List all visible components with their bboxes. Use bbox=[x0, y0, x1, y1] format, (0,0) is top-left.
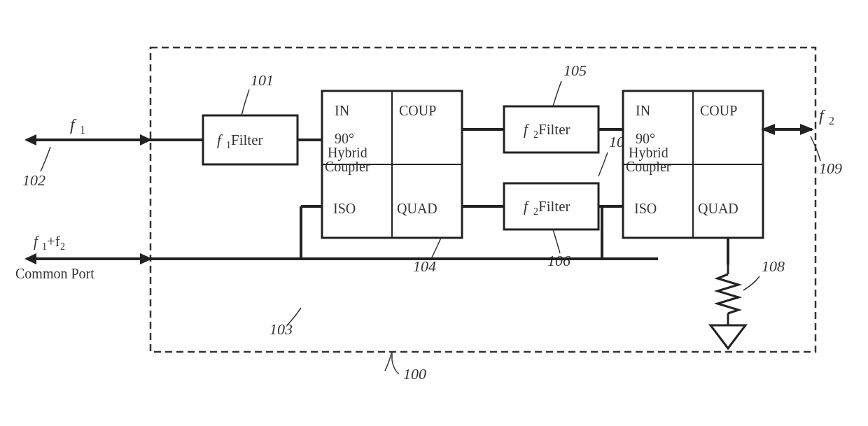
ref-108: 108 bbox=[762, 257, 785, 275]
ref-100: 100 bbox=[403, 365, 426, 383]
c1-iso: ISO bbox=[333, 201, 356, 216]
c1-quad: QUAD bbox=[397, 201, 438, 216]
ref-102: 102 bbox=[22, 171, 46, 189]
ref-106: 106 bbox=[547, 252, 570, 269]
common-port-text: Common Port bbox=[15, 266, 94, 281]
ref-101: 101 bbox=[251, 71, 274, 89]
f1f2-sub2: 2 bbox=[60, 241, 65, 252]
ref-103: 103 bbox=[270, 320, 293, 338]
main-diagram: f 1 102 f 1 Filter 101 IN COUP 90° Hybri… bbox=[0, 0, 868, 426]
c1-in: IN bbox=[335, 103, 349, 118]
ref-109: 109 bbox=[819, 159, 842, 177]
ref-105: 105 bbox=[564, 62, 587, 79]
f2-top-text: Filter bbox=[538, 121, 570, 138]
f1-sub: 1 bbox=[80, 124, 85, 136]
c1-coupler: Coupler bbox=[325, 159, 370, 175]
f1f2-sub1: 1 bbox=[42, 241, 47, 252]
c2-iso: ISO bbox=[634, 201, 657, 216]
c2-quad: QUAD bbox=[698, 201, 738, 216]
f2-bot-sub: 2 bbox=[533, 206, 538, 217]
f1f2-plus: +f bbox=[47, 233, 60, 250]
f2-bot-text: Filter bbox=[538, 198, 570, 215]
c2-coup: COUP bbox=[700, 103, 737, 118]
c2-in: IN bbox=[636, 103, 650, 118]
c1-90: 90° bbox=[335, 131, 354, 146]
f1-filter-sub: 1 bbox=[226, 140, 231, 150]
f1-filter-text: Filter bbox=[231, 132, 263, 148]
c2-coupler: Coupler bbox=[626, 159, 671, 175]
c1-coup: COUP bbox=[399, 103, 436, 118]
f2-out-sub: 2 bbox=[829, 115, 834, 127]
c2-90: 90° bbox=[636, 131, 655, 146]
f2-top-sub: 2 bbox=[533, 129, 538, 140]
